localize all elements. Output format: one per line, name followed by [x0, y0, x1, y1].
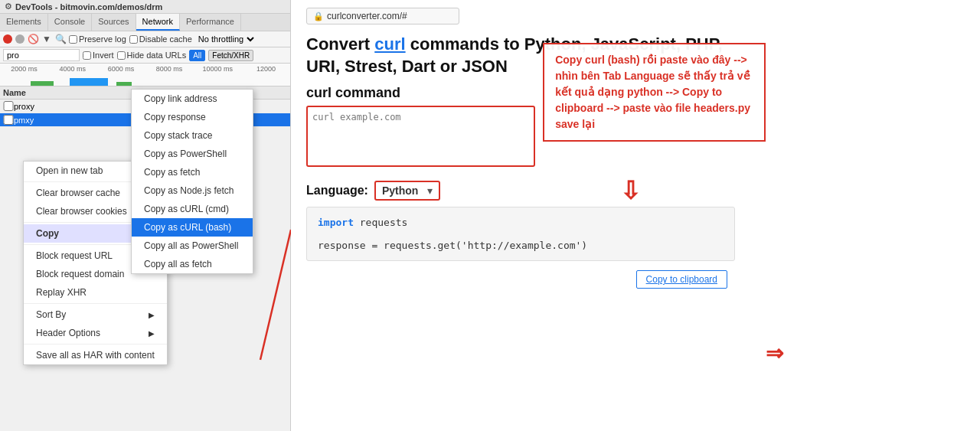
ctx-header-options-arrow: ▶ [149, 329, 155, 338]
ctx-sort-by-label: Sort By [36, 309, 66, 320]
code-line-response: response = requests.get('http://example.… [318, 240, 724, 251]
disable-cache-checkbox[interactable] [129, 35, 138, 44]
curl-input-area: Copy curl (bash) rồi paste vào đây --> n… [306, 106, 766, 167]
language-selected: Python [382, 184, 418, 197]
disable-cache-label: Disable cache [129, 34, 192, 44]
ctx-save-har[interactable]: Save all as HAR with content [24, 346, 167, 364]
stop-button[interactable] [15, 34, 24, 44]
instruction-box: Copy curl (bash) rồi paste vào đây --> n… [543, 43, 766, 142]
submenu-copy-all-powershell[interactable]: Copy all as PowerShell [132, 237, 253, 255]
code-output: import requests response = requests.get(… [306, 207, 735, 261]
network-timeline: 2000 ms 4000 ms 6000 ms 8000 ms 10000 ms… [0, 64, 290, 87]
ctx-copy-label: Copy [36, 228, 59, 239]
submenu-copy-powershell[interactable]: Copy as PowerShell [132, 145, 253, 163]
language-select[interactable]: Python ▾ [374, 181, 440, 201]
curl-link[interactable]: curl [374, 34, 405, 54]
right-arrow-annotation: ⇒ [766, 341, 783, 366]
submenu-copy-stack-trace[interactable]: Copy stack trace [132, 126, 253, 145]
tab-console[interactable]: Console [48, 14, 92, 31]
heading-before: Convert [306, 34, 374, 54]
submenu-copy-curl-bash[interactable]: Copy as cURL (bash) [132, 218, 253, 237]
devtools-title: DevTools - bitmovin.com/demos/drm [15, 2, 162, 11]
submenu-copy-nodejs-fetch[interactable]: Copy as Node.js fetch [132, 181, 253, 200]
filter-icon[interactable]: ▼ [41, 34, 52, 44]
ctx-block-url-label: Block request URL [36, 250, 113, 261]
devtools-search-bar: Invert Hide data URLs All Fetch/XHR [0, 47, 290, 64]
ctx-divider-5 [24, 344, 167, 344]
preserve-log-checkbox[interactable] [69, 35, 77, 44]
devtools-titlebar: ⚙ DevTools - bitmovin.com/demos/drm [0, 0, 290, 14]
filter-input[interactable] [3, 49, 80, 61]
code-line-import: import requests [318, 217, 724, 228]
tab-elements[interactable]: Elements [0, 14, 48, 31]
row-checkbox-pmxy[interactable] [3, 115, 14, 125]
copy-clipboard-button[interactable]: Copy to clipboard [636, 270, 727, 289]
copy-submenu: Copy link address Copy response Copy sta… [131, 89, 253, 274]
import-keyword: import [318, 217, 354, 228]
import-value: requests [360, 217, 408, 228]
copy-btn-wrapper: Copy to clipboard [306, 264, 735, 289]
ctx-header-options[interactable]: Header Options ▶ [24, 324, 167, 342]
search-icon[interactable]: 🔍 [55, 34, 66, 44]
dropdown-arrow-icon: ▾ [427, 184, 433, 197]
record-button[interactable] [3, 34, 12, 44]
timeline-bar-2 [70, 78, 108, 86]
submenu-copy-curl-cmd[interactable]: Copy as cURL (cmd) [132, 200, 253, 218]
preserve-log-text: Preserve log [79, 34, 126, 44]
submenu-copy-response[interactable]: Copy response [132, 108, 253, 126]
devtools-toolbar: 🚫 ▼ 🔍 Preserve log Disable cache No thro… [0, 31, 290, 47]
response-code: response = requests.get('http://example.… [318, 240, 587, 251]
invert-checkbox[interactable] [83, 51, 91, 60]
ctx-save-har-label: Save all as HAR with content [36, 350, 155, 361]
ctx-replay-xhr-label: Replay XHR [36, 287, 87, 298]
language-label: Language: [306, 184, 368, 198]
curl-textarea[interactable] [306, 106, 535, 167]
submenu-copy-fetch[interactable]: Copy as fetch [132, 163, 253, 181]
filter-all-btn[interactable]: All [189, 50, 205, 61]
tab-performance[interactable]: Performance [180, 14, 241, 31]
submenu-copy-link[interactable]: Copy link address [132, 90, 253, 108]
submenu-copy-all-fetch[interactable]: Copy all as fetch [132, 255, 253, 273]
main-panel: 🔒 curlconverter.com/# Convert curl comma… [291, 0, 980, 431]
tab-sources[interactable]: Sources [92, 14, 136, 31]
tab-network[interactable]: Network [136, 14, 180, 31]
timeline-bar-1 [31, 81, 54, 86]
timeline-bars [0, 72, 290, 86]
devtools-logo: ⚙ [5, 2, 12, 11]
language-section: Language: Python ▾ [306, 181, 965, 201]
clear-icon[interactable]: 🚫 [28, 34, 38, 44]
address-bar: 🔒 curlconverter.com/# [306, 8, 459, 24]
preserve-log-label: Preserve log [69, 34, 126, 44]
devtools-tabs: Elements Console Sources Network Perform… [0, 14, 290, 31]
ctx-sort-by-arrow: ▶ [149, 311, 155, 319]
timeline-bar-3 [116, 82, 132, 86]
throttle-select[interactable]: No throttling [195, 34, 256, 44]
address-text: curlconverter.com/# [327, 11, 407, 21]
ctx-block-domain-label: Block request domain [36, 269, 124, 279]
ctx-open-new-tab-label: Open in new tab [36, 165, 103, 176]
ctx-replay-xhr[interactable]: Replay XHR [24, 283, 167, 302]
ctx-divider-4 [24, 303, 167, 304]
instruction-text: Copy curl (bash) rồi paste vào đây --> n… [555, 54, 750, 130]
devtools-panel: ⚙ DevTools - bitmovin.com/demos/drm Elem… [0, 0, 291, 431]
ctx-header-options-label: Header Options [36, 328, 100, 338]
hide-data-urls-text: Hide data URLs [127, 51, 187, 60]
hide-data-urls-label: Hide data URLs [117, 51, 187, 60]
filter-fetch-btn[interactable]: Fetch/XHR [208, 50, 253, 61]
ctx-clear-cache-label: Clear browser cache [36, 188, 120, 198]
lock-icon: 🔒 [313, 11, 324, 21]
ctx-sort-by[interactable]: Sort By ▶ [24, 305, 167, 324]
invert-label: Invert [83, 51, 114, 60]
ctx-clear-cookies-label: Clear browser cookies [36, 206, 127, 217]
hide-data-urls-checkbox[interactable] [117, 51, 126, 60]
disable-cache-text: Disable cache [139, 34, 192, 44]
invert-text: Invert [93, 51, 114, 60]
row-checkbox-proxy[interactable] [3, 101, 14, 111]
